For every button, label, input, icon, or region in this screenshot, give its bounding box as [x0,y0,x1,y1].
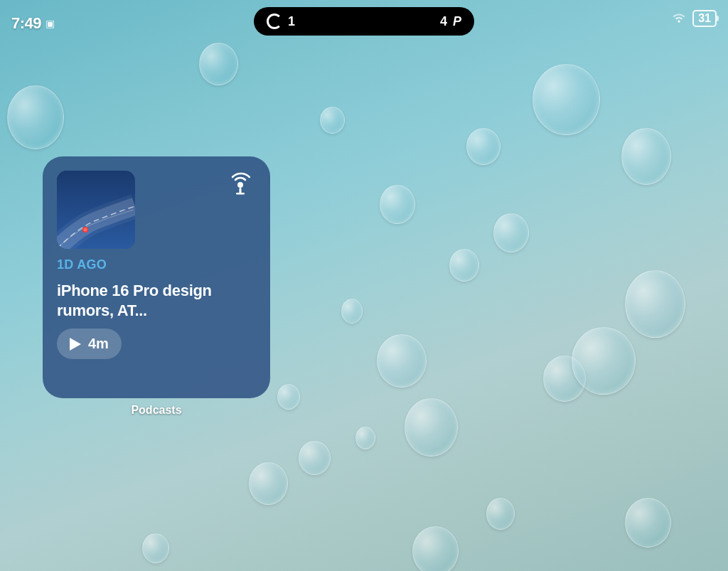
di-right-content: 4 P [440,14,461,29]
svg-point-2 [84,228,87,232]
podcast-widget[interactable]: 9TO5MAC DAILY [43,156,270,398]
dynamic-island[interactable]: 1 4 P [254,7,474,36]
podcasts-app-icon [225,171,256,202]
di-score: 4 [440,14,447,29]
svg-rect-5 [236,193,245,195]
svg-point-3 [237,182,243,188]
widget-app-label: Podcasts [131,404,181,417]
play-duration: 4m [88,336,109,352]
widget-episode-title: iPhone 16 Pro design rumors, AT... [57,281,256,320]
di-left-content: 1 [267,14,295,29]
svg-rect-4 [240,188,242,193]
di-left-number: 1 [288,14,295,29]
di-sync-icon [267,14,282,29]
di-phillies-icon: P [453,14,461,29]
podcast-cover-art: 9TO5MAC DAILY [57,171,135,249]
status-time: 7:49 [11,14,41,33]
widget-time-ago: 1D AGO [57,257,256,272]
play-icon [70,338,81,351]
podcast-widget-container: 9TO5MAC DAILY [43,156,270,417]
widget-top-row: 9TO5MAC DAILY [57,171,256,249]
sim-icon: ▣ [46,18,55,29]
play-button[interactable]: 4m [57,329,122,359]
